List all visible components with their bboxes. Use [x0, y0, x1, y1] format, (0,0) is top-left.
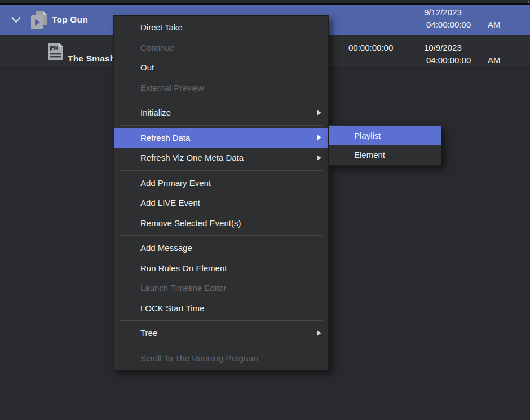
submenu-arrow-icon: [317, 155, 321, 161]
menu-item-label: Direct Take: [140, 23, 183, 32]
submenu-arrow-icon: [317, 135, 321, 140]
row-start-time: 04:00:00:00: [426, 20, 471, 29]
menu-item-label: Refresh Data: [140, 133, 190, 143]
menu-separator: [120, 170, 323, 171]
menu-separator: [120, 100, 323, 100]
video-clip-icon: [30, 11, 48, 30]
menu-item-add-primary-event[interactable]: Add Primary Event: [114, 173, 328, 193]
menu-item-label: Add Primary Event: [140, 178, 211, 188]
menu-item-external-preview: External Preview: [114, 78, 328, 98]
menu-item-direct-take[interactable]: Direct Take: [114, 17, 328, 38]
menu-item-label: Initialize: [140, 108, 171, 117]
menu-item-continue: Continue: [114, 38, 328, 58]
column-divider: [413, 1, 413, 3]
submenu-arrow-icon: [317, 110, 321, 116]
menu-item-run-rules-on-element[interactable]: Run Rules On Element: [114, 258, 328, 278]
row-start-date: 9/12/2023: [424, 8, 462, 17]
menu-item-label: Remove Selected Event(s): [140, 218, 241, 228]
column-divider: [528, 1, 529, 3]
menu-item-add-message[interactable]: Add Message: [114, 238, 328, 258]
menu-separator: [120, 235, 323, 236]
row-duration: 00:00:00:00: [348, 43, 393, 52]
menu-item-label: Add Message: [140, 243, 192, 253]
menu-item-label: External Preview: [140, 83, 204, 92]
submenu-arrow-icon: [317, 330, 321, 336]
row-meridiem: AM: [488, 56, 501, 65]
menu-item-label: Launch Timeline Editor: [140, 283, 227, 293]
row-title: The Smash: [68, 54, 116, 63]
row-meridiem: AM: [488, 20, 501, 29]
menu-item-lock-start-time[interactable]: LOCK Start Time: [114, 298, 328, 319]
chevron-down-icon[interactable]: [11, 16, 21, 24]
menu-item-label: Out: [140, 63, 154, 72]
menu-item-tree[interactable]: Tree: [114, 323, 328, 343]
story-icon: [47, 42, 64, 61]
menu-item-remove-selected-event-s[interactable]: Remove Selected Event(s): [114, 213, 328, 233]
menu-item-add-live-event[interactable]: Add LIVE Event: [114, 193, 328, 213]
menu-item-playlist[interactable]: Playlist: [329, 126, 441, 145]
menu-item-label: Tree: [140, 328, 157, 338]
menu-item-label: Element: [354, 150, 385, 160]
row-start-date: 10/9/2023: [424, 43, 462, 52]
menu-item-label: Add LIVE Event: [140, 198, 200, 207]
menu-item-scroll-to-the-running-program: Scroll To The Running Program: [114, 348, 328, 369]
menu-item-launch-timeline-editor: Launch Timeline Editor: [114, 278, 328, 298]
row-title: Top Gun: [52, 15, 88, 24]
menu-separator: [120, 125, 323, 126]
menu-item-initialize[interactable]: Initialize: [114, 103, 328, 123]
menu-item-label: Playlist: [354, 131, 381, 140]
menu-item-label: Continue: [140, 43, 174, 52]
menu-separator: [120, 320, 323, 321]
refresh-data-submenu: PlaylistElement: [329, 125, 441, 166]
menu-item-label: LOCK Start Time: [140, 303, 204, 313]
context-menu: Direct TakeContinueOutExternal PreviewIn…: [113, 15, 329, 370]
menu-item-element[interactable]: Element: [329, 145, 441, 165]
menu-separator: [120, 346, 323, 346]
menu-item-out[interactable]: Out: [114, 58, 328, 78]
menu-item-label: Run Rules On Element: [140, 263, 227, 273]
menu-item-label: Refresh Viz One Meta Data: [140, 153, 244, 162]
menu-item-refresh-data[interactable]: Refresh Data: [114, 128, 328, 148]
menu-item-label: Scroll To The Running Program: [140, 353, 258, 363]
menu-item-refresh-viz-one-meta-data[interactable]: Refresh Viz One Meta Data: [114, 148, 328, 168]
column-header-strip: [0, 0, 530, 5]
row-start-time: 04:00:00:00: [426, 56, 471, 65]
